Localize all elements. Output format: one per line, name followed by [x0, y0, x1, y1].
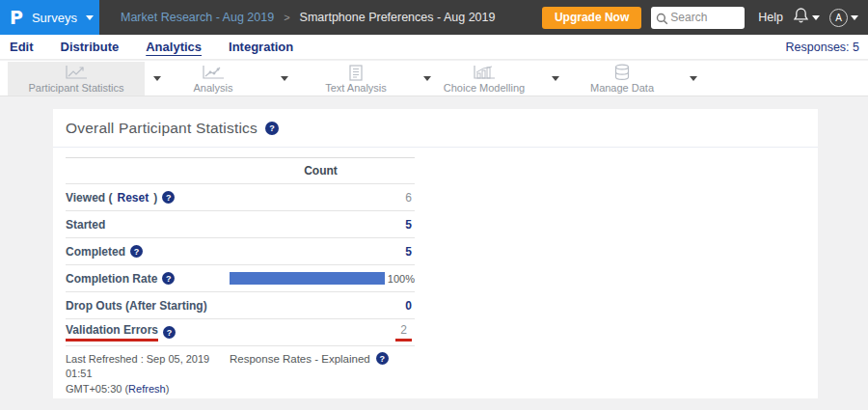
toolbar-choice-modelling[interactable]: Choice Modelling: [425, 62, 543, 96]
breadcrumb-separator: >: [284, 12, 289, 23]
analytics-toolbar: Participant Statistics Analysis Text Ana…: [0, 61, 868, 96]
chevron-down-icon: [812, 15, 820, 20]
account-menu[interactable]: A: [829, 9, 858, 27]
breadcrumb-current: Smartphone Preferences - Aug 2019: [300, 11, 496, 24]
refreshed-line1: Last Refreshed : Sep 05, 2019 01:51: [66, 353, 209, 379]
overall-statistics-card: Overall Participant Statistics Count Vie…: [53, 109, 818, 398]
toolbar-item-label: Manage Data: [590, 82, 654, 94]
chevron-down-icon[interactable]: [690, 76, 697, 81]
tab-distribute[interactable]: Distribute: [61, 40, 120, 54]
row-label: Drop Outs (After Starting): [66, 299, 207, 313]
tab-integration[interactable]: Integration: [229, 40, 293, 54]
row-label: Started: [66, 218, 105, 232]
table-header-row: Count: [66, 158, 415, 184]
breadcrumb: Market Research - Aug 2019 > Smartphone …: [121, 11, 495, 24]
chevron-down-icon[interactable]: [281, 76, 288, 81]
chevron-down-icon[interactable]: [552, 76, 559, 81]
responses-count[interactable]: Responses: 5: [786, 41, 859, 54]
document-icon: [347, 65, 365, 81]
validation-errors-count: 2: [395, 323, 412, 342]
drop-outs-count: 0: [405, 299, 412, 313]
help-icon[interactable]: [163, 326, 176, 339]
chevron-down-icon: [851, 15, 858, 20]
toolbar-analysis[interactable]: Analysis: [154, 62, 272, 96]
table-row-completion-rate: Completion Rate 100%: [66, 265, 415, 292]
table-row-drop-outs: Drop Outs (After Starting) 0: [66, 292, 415, 319]
row-label: Viewed (: [66, 191, 112, 205]
refreshed-line2-prefix: GMT+05:30 (: [66, 383, 128, 395]
card-footer: Last Refreshed : Sep 05, 2019 01:51 GMT+…: [66, 352, 818, 396]
surveys-menu-label: Surveys: [32, 11, 77, 25]
help-icon[interactable]: [376, 352, 389, 365]
chevron-down-icon: [86, 15, 94, 20]
page-title: Overall Participant Statistics: [66, 120, 258, 137]
completion-rate-bar: [230, 272, 385, 285]
response-rates-label: Response Rates - Explained: [230, 353, 370, 365]
tab-edit[interactable]: Edit: [10, 40, 34, 54]
toolbar-participant-statistics[interactable]: Participant Statistics: [8, 62, 145, 96]
toolbar-manage-data[interactable]: Manage Data: [563, 62, 681, 96]
top-header-bar: P Surveys Market Research - Aug 2019 > S…: [0, 0, 868, 35]
table-row-started: Started 5: [66, 211, 415, 238]
upgrade-now-button[interactable]: Upgrade Now: [542, 7, 641, 29]
database-icon: [612, 64, 632, 81]
completion-rate-fill: [230, 272, 385, 285]
toolbar-item-label: Choice Modelling: [444, 82, 525, 94]
help-icon[interactable]: [162, 272, 175, 285]
participant-statistics-table: Count Viewed ( Reset ) 6 Started 5 Compl…: [66, 157, 415, 346]
row-label: Validation Errors: [66, 323, 158, 342]
toolbar-item-label: Text Analysis: [325, 82, 387, 94]
table-row-viewed: Viewed ( Reset ) 6: [66, 184, 415, 211]
help-icon[interactable]: [162, 191, 175, 204]
response-rates-explained: Response Rates - Explained: [230, 352, 389, 365]
search-icon: [656, 12, 668, 29]
bar-chart-icon: [472, 65, 497, 81]
line-chart-icon: [64, 65, 89, 81]
breadcrumb-parent-link[interactable]: Market Research - Aug 2019: [121, 11, 274, 24]
table-row-completed: Completed 5: [66, 238, 415, 265]
help-icon[interactable]: [265, 122, 279, 135]
row-label: Completed: [66, 245, 125, 259]
help-menu[interactable]: Help: [758, 11, 783, 24]
completed-count: 5: [405, 245, 412, 259]
row-label: Completion Rate: [66, 272, 157, 286]
count-column-header: Count: [304, 164, 338, 178]
last-refreshed-text: Last Refreshed : Sep 05, 2019 01:51 GMT+…: [66, 352, 230, 396]
started-count: 5: [405, 218, 412, 232]
search-box: [651, 7, 745, 29]
card-header: Overall Participant Statistics: [53, 109, 818, 148]
notifications-menu[interactable]: [793, 7, 820, 28]
table-row-validation-errors: Validation Errors 2: [66, 319, 415, 346]
help-icon[interactable]: [130, 245, 143, 258]
survey-nav-bar: Edit Distribute Analytics Integration Re…: [0, 35, 868, 60]
toolbar-item-label: Participant Statistics: [28, 82, 123, 94]
toolbar-item-label: Analysis: [194, 82, 233, 94]
bell-icon: [793, 7, 809, 28]
tab-analytics[interactable]: Analytics: [146, 40, 202, 54]
reset-link[interactable]: Reset: [117, 191, 149, 205]
refreshed-line2-suffix: ): [166, 383, 170, 395]
completion-rate-percent: 100%: [388, 273, 415, 285]
toolbar-text-analysis[interactable]: Text Analysis: [297, 62, 415, 96]
avatar: A: [829, 9, 848, 27]
row-label: ): [153, 191, 157, 205]
scatter-chart-icon: [201, 65, 226, 81]
viewed-count: 6: [405, 191, 412, 205]
app-switcher[interactable]: P Surveys: [0, 0, 99, 35]
questionpro-logo-icon: P: [10, 9, 23, 27]
refresh-link[interactable]: Refresh: [128, 383, 166, 395]
